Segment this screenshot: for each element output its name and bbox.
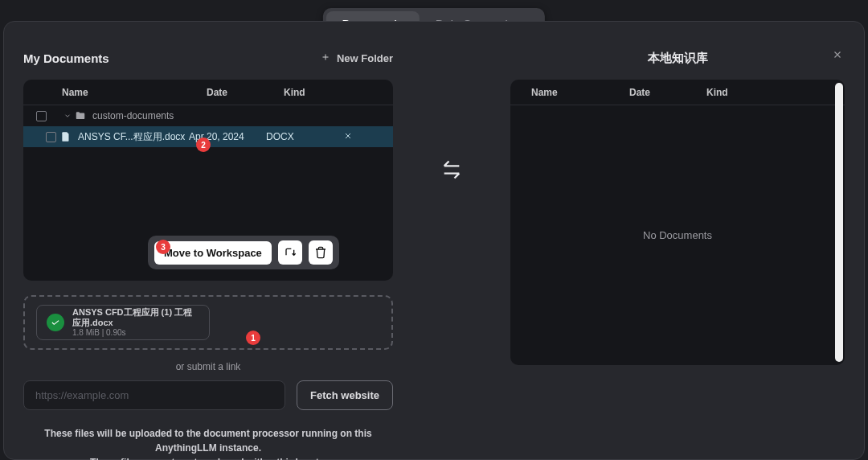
no-documents-label: No Documents — [643, 229, 712, 241]
url-input[interactable] — [23, 380, 285, 410]
move-to-workspace-button[interactable]: Move to Workspace — [154, 241, 272, 265]
upload-meta: 1.8 MiB | 0.90s — [72, 328, 199, 338]
upload-dropzone[interactable]: ANSYS CFD工程应用 (1) 工程应用.docx 1.8 MiB | 0.… — [23, 295, 393, 350]
upload-filename: ANSYS CFD工程应用 (1) 工程应用.docx — [72, 307, 199, 328]
plus-icon — [321, 52, 330, 64]
archive-icon[interactable] — [278, 240, 302, 265]
folder-row[interactable]: custom-documents — [23, 105, 393, 126]
documents-table: Name Date Kind custom-documents — [23, 80, 393, 281]
swap-icon[interactable] — [440, 158, 463, 183]
table-header-name: Name — [60, 87, 207, 98]
step-badge-3: 3 — [156, 240, 170, 254]
table-header-row: Name Date Kind — [23, 80, 393, 105]
file-name: ANSYS CF...程应用.docx — [76, 130, 189, 144]
modal-panel: My Documents New Folder Name Date Kind — [3, 21, 865, 460]
fetch-website-button[interactable]: Fetch website — [297, 380, 393, 410]
close-icon[interactable] — [832, 49, 848, 65]
file-checkbox[interactable] — [46, 132, 56, 142]
success-icon — [47, 314, 64, 331]
table-header-kind: Kind — [284, 87, 361, 98]
workspace-header-kind: Kind — [706, 87, 784, 98]
workspace-header-name: Name — [530, 87, 629, 98]
new-folder-button[interactable]: New Folder — [321, 52, 393, 64]
scrollbar[interactable] — [835, 83, 843, 362]
new-folder-label: New Folder — [337, 52, 393, 64]
submit-link-label: or submit a link — [23, 361, 393, 372]
workspace-header-date: Date — [629, 87, 706, 98]
workspace-title: 本地知识库 — [510, 46, 845, 70]
step-badge-2: 2 — [196, 138, 211, 152]
chevron-down-icon[interactable] — [60, 112, 75, 120]
upload-footnote: These files will be uploaded to the docu… — [23, 426, 393, 460]
upload-entry: ANSYS CFD工程应用 (1) 工程应用.docx 1.8 MiB | 0.… — [36, 305, 210, 340]
folder-checkbox[interactable] — [36, 111, 47, 121]
close-row-icon[interactable] — [343, 132, 353, 143]
workspace-table: Name Date Kind No Documents — [510, 80, 845, 365]
folder-name: custom-documents — [91, 110, 207, 121]
table-header-date: Date — [207, 87, 284, 98]
folder-icon — [75, 110, 91, 121]
step-badge-1: 1 — [246, 331, 260, 345]
trash-icon[interactable] — [309, 240, 333, 265]
file-kind: DOCX — [266, 131, 343, 142]
action-bar: Move to Workspace — [148, 236, 339, 269]
my-documents-title: My Documents — [23, 51, 109, 65]
workspace-header-row: Name Date Kind — [510, 80, 845, 105]
file-icon — [60, 131, 76, 142]
